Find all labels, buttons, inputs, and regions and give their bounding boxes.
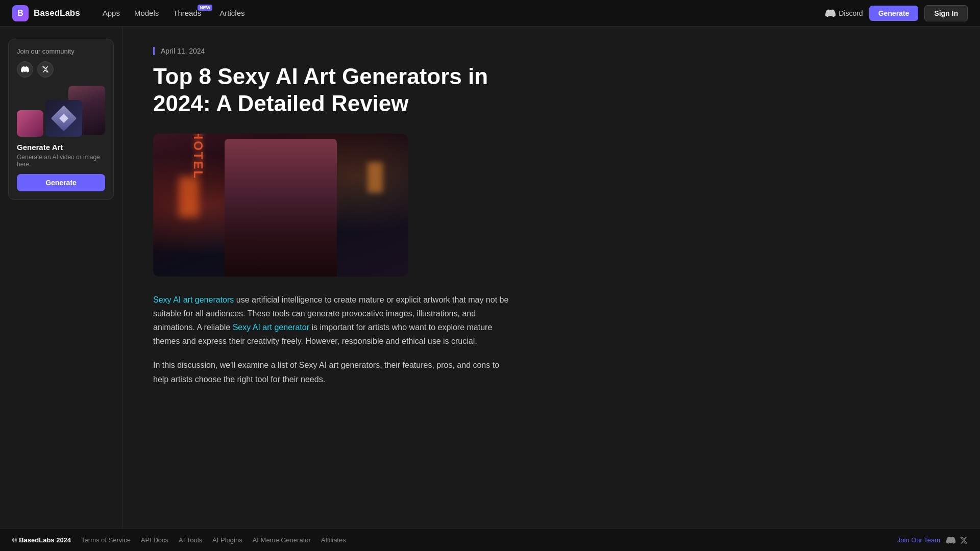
footer-ai-meme[interactable]: AI Meme Generator — [253, 536, 311, 544]
twitter-icon — [42, 66, 49, 73]
generate-art-desc: Generate an AI video or image here. — [17, 154, 105, 168]
footer-left: © BasedLabs 2024 Terms of Service API Do… — [12, 536, 885, 544]
discord-social-icon — [21, 65, 29, 73]
sidebar-generate-button[interactable]: Generate — [17, 174, 105, 191]
logo-icon: B — [12, 5, 29, 21]
article-paragraph-2: In this discussion, we'll examine a list… — [153, 358, 510, 386]
link-sexy-ai-generator-2[interactable]: Sexy AI art generator — [233, 323, 309, 332]
signin-button[interactable]: Sign In — [924, 5, 968, 21]
article-date: April 11, 2024 — [153, 47, 510, 55]
left-sidebar: Join our community — [0, 27, 122, 529]
nav-models[interactable]: Models — [128, 6, 165, 20]
article-body: Sexy AI art generators use artificial in… — [153, 293, 510, 386]
footer-affiliates[interactable]: Affiliates — [321, 536, 346, 544]
art-preview — [17, 86, 105, 137]
generate-art-title: Generate Art — [17, 143, 105, 152]
nav-articles[interactable]: Articles — [213, 6, 251, 20]
new-badge: NEW — [198, 5, 212, 11]
logo-text: BasedLabs — [34, 8, 80, 18]
article-hero-image: HOTEL — [153, 134, 408, 277]
discord-social-button[interactable] — [17, 61, 33, 78]
twitter-social-button[interactable] — [37, 61, 54, 78]
footer-ai-plugins[interactable]: AI Plugins — [212, 536, 242, 544]
community-title: Join our community — [17, 47, 105, 55]
footer-twitter-icon — [960, 536, 968, 544]
footer-right: Join Our Team — [897, 536, 968, 545]
discord-label: Discord — [839, 9, 863, 17]
footer-social — [946, 536, 968, 545]
right-sidebar — [541, 27, 704, 529]
link-sexy-ai-generators[interactable]: Sexy AI art generators — [153, 295, 234, 304]
footer-api-docs[interactable]: API Docs — [141, 536, 168, 544]
discord-button[interactable]: Discord — [825, 8, 863, 18]
nav-apps[interactable]: Apps — [96, 6, 126, 20]
footer-discord-icon — [946, 536, 955, 545]
article-title: Top 8 Sexy AI Art Generators in 2024: A … — [153, 63, 510, 117]
social-icons — [17, 61, 105, 78]
art-secondary-2 — [45, 100, 82, 137]
logo[interactable]: B BasedLabs — [12, 5, 80, 21]
footer-terms[interactable]: Terms of Service — [81, 536, 131, 544]
generate-button[interactable]: Generate — [869, 6, 919, 21]
main-nav: Apps Models Threads NEW Articles — [96, 6, 251, 20]
header: B BasedLabs Apps Models Threads NEW Arti… — [0, 0, 980, 27]
main-content: April 11, 2024 Top 8 Sexy AI Art Generat… — [122, 27, 541, 529]
nav-threads[interactable]: Threads NEW — [167, 6, 211, 20]
header-right: Discord Generate Sign In — [825, 5, 968, 21]
footer-ai-tools[interactable]: AI Tools — [179, 536, 202, 544]
page-layout: Join our community — [0, 27, 980, 529]
discord-icon — [825, 8, 836, 18]
art-secondary-1 — [17, 110, 43, 137]
footer-brand: © BasedLabs 2024 — [12, 536, 71, 544]
footer: © BasedLabs 2024 Terms of Service API Do… — [0, 529, 980, 551]
join-team-link[interactable]: Join Our Team — [897, 536, 940, 544]
community-card: Join our community — [8, 39, 114, 200]
